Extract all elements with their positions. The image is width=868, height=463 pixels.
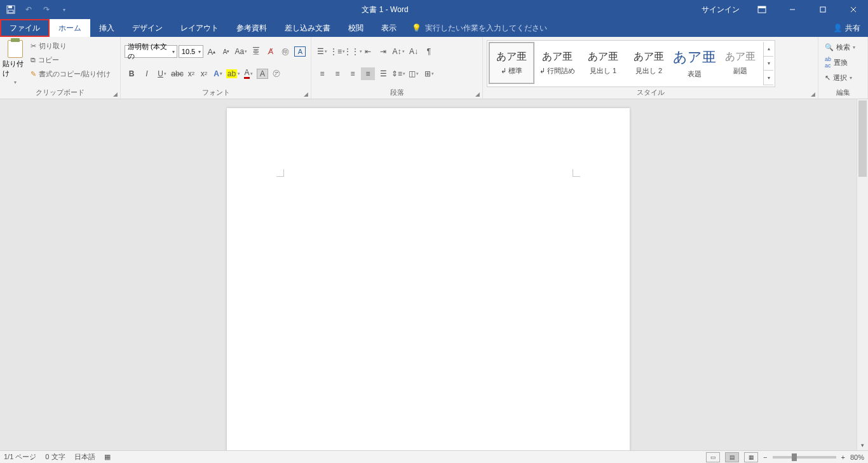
format-painter-button[interactable]: ✎書式のコピー/貼り付け	[31, 67, 111, 80]
font-size-combo[interactable]: 10.5	[179, 45, 203, 58]
align-center-icon[interactable]: ≡	[330, 67, 344, 80]
tab-review[interactable]: 校閲	[339, 19, 372, 37]
svg-rect-2	[8, 10, 13, 13]
style-normal[interactable]: あア亜↲ 標準	[489, 42, 534, 84]
style-gallery-more[interactable]: ▴▾▾	[763, 42, 773, 85]
borders-icon[interactable]: ⊞▾	[422, 67, 436, 80]
paste-label: 貼り付け	[3, 59, 28, 78]
tab-home[interactable]: ホーム	[50, 19, 90, 37]
tab-layout[interactable]: レイアウト	[172, 19, 227, 37]
distributed-icon[interactable]: ☰	[376, 67, 390, 80]
numbering-icon[interactable]: ⋮≡▾	[330, 45, 344, 58]
style-subtitle[interactable]: あア亜副題	[717, 42, 763, 84]
scroll-down-icon[interactable]: ▾	[857, 440, 868, 450]
enclose-text-icon[interactable]: ㋐	[269, 67, 283, 80]
text-effects-icon[interactable]: A▾	[211, 67, 225, 80]
replace-button[interactable]: abac置換	[822, 55, 864, 69]
grow-font-icon[interactable]: A▴	[205, 45, 218, 58]
zoom-in-icon[interactable]: +	[841, 453, 845, 461]
subscript-icon[interactable]: x2	[186, 67, 197, 80]
title-bar: ↶ ↷ ▾ 文書 1 - Word サインイン	[0, 0, 868, 19]
cut-button[interactable]: ✂切り取り	[31, 39, 111, 52]
copy-button[interactable]: ⧉コピー	[31, 53, 111, 66]
tab-file[interactable]: ファイル	[1, 20, 49, 36]
char-border-icon[interactable]: A	[294, 45, 307, 58]
style-heading2[interactable]: あア亜見出し 2	[626, 42, 672, 84]
decrease-indent-icon[interactable]: ⇤	[361, 45, 375, 58]
zoom-handle[interactable]	[792, 453, 797, 461]
highlight-icon[interactable]: ab▾	[226, 67, 240, 80]
close-icon[interactable]	[839, 0, 868, 19]
increase-indent-icon[interactable]: ⇥	[376, 45, 390, 58]
select-button[interactable]: ↖選択▾	[822, 71, 864, 85]
italic-icon[interactable]: I	[140, 67, 154, 80]
multilevel-icon[interactable]: ⋮⋮▾	[346, 45, 360, 58]
window-controls: サインイン	[695, 0, 868, 19]
font-dialog-icon[interactable]: ◢	[304, 91, 308, 97]
scroll-thumb[interactable]	[858, 100, 867, 177]
align-right-icon[interactable]: ≡	[346, 67, 360, 80]
enclose-char-icon[interactable]: ㊞	[278, 45, 292, 58]
font-name-combo[interactable]: 游明朝 (本文の	[125, 45, 177, 58]
style-title[interactable]: あア亜表題	[672, 42, 717, 84]
style-nospacing[interactable]: あア亜↲ 行間詰め	[534, 42, 580, 84]
share-icon: 👤	[833, 24, 843, 32]
char-shading-icon[interactable]: A	[257, 69, 268, 79]
clipboard-dialog-icon[interactable]: ◢	[113, 91, 118, 97]
clear-format-icon[interactable]: A̸	[264, 45, 277, 58]
maximize-icon[interactable]	[808, 0, 837, 19]
style-preview: あア亜	[542, 50, 573, 64]
bullets-icon[interactable]: ☰▾	[315, 45, 329, 58]
vertical-scrollbar[interactable]: ▾	[857, 99, 868, 450]
align-left-icon[interactable]: ≡	[315, 67, 329, 80]
show-marks-icon[interactable]: ¶	[422, 45, 436, 58]
tab-mailings[interactable]: 差し込み文書	[276, 19, 339, 37]
change-case-icon[interactable]: Aa▾	[234, 45, 248, 58]
minimize-icon[interactable]	[778, 0, 807, 19]
zoom-level[interactable]: 80%	[850, 453, 864, 461]
zoom-out-icon[interactable]: −	[763, 453, 767, 461]
macro-icon[interactable]: ▦	[104, 453, 111, 461]
print-layout-icon[interactable]: ▤	[725, 452, 739, 462]
web-layout-icon[interactable]: ▦	[744, 452, 758, 462]
save-icon[interactable]	[4, 3, 18, 17]
tab-design[interactable]: デザイン	[123, 19, 172, 37]
signin-button[interactable]: サインイン	[695, 4, 746, 15]
paragraph-dialog-icon[interactable]: ◢	[475, 91, 480, 97]
line-spacing-icon[interactable]: ⇕≡▾	[391, 67, 405, 80]
zoom-slider[interactable]	[773, 456, 836, 459]
phonetic-guide-icon[interactable]: 亜	[249, 45, 262, 58]
tab-references[interactable]: 参考資料	[227, 19, 276, 37]
qat-more-icon[interactable]: ▾	[57, 3, 71, 17]
tab-insert[interactable]: 挿入	[90, 19, 123, 37]
text-direction-icon[interactable]: A↕▾	[391, 45, 405, 58]
sort-icon[interactable]: A↓	[407, 45, 421, 58]
ribbon-options-icon[interactable]	[747, 0, 776, 19]
read-mode-icon[interactable]: ▭	[706, 452, 720, 462]
shading-icon[interactable]: ◫▾	[407, 67, 421, 80]
paste-button[interactable]: 貼り付け ▾	[3, 38, 28, 87]
page[interactable]	[227, 108, 630, 450]
tab-view[interactable]: 表示	[372, 19, 405, 37]
document-area[interactable]: ˄ ▾	[0, 99, 868, 450]
tell-me[interactable]: 💡 実行したい作業を入力してください	[412, 19, 547, 37]
shrink-font-icon[interactable]: A▾	[219, 45, 233, 58]
language[interactable]: 日本語	[74, 452, 95, 462]
redo-icon[interactable]: ↷	[39, 3, 53, 17]
justify-icon[interactable]: ≡	[361, 67, 375, 80]
font-color-icon[interactable]: A▾	[241, 67, 255, 80]
bold-icon[interactable]: B	[125, 67, 139, 80]
underline-icon[interactable]: U▾	[155, 67, 169, 80]
format-painter-label: 書式のコピー/貼り付け	[39, 69, 111, 79]
superscript-icon[interactable]: x2	[198, 67, 210, 80]
share-button[interactable]: 👤 共有	[825, 19, 868, 37]
style-name: ↲ 行間詰め	[539, 66, 575, 76]
page-count[interactable]: 1/1 ページ	[4, 452, 36, 462]
strike-icon[interactable]: abc	[170, 67, 184, 80]
style-preview: あア亜	[588, 50, 618, 64]
word-count[interactable]: 0 文字	[45, 452, 65, 462]
styles-dialog-icon[interactable]: ◢	[811, 91, 815, 97]
find-button[interactable]: 🔍検索▾	[822, 40, 864, 54]
undo-icon[interactable]: ↶	[22, 3, 36, 17]
style-heading1[interactable]: あア亜見出し 1	[580, 42, 626, 84]
